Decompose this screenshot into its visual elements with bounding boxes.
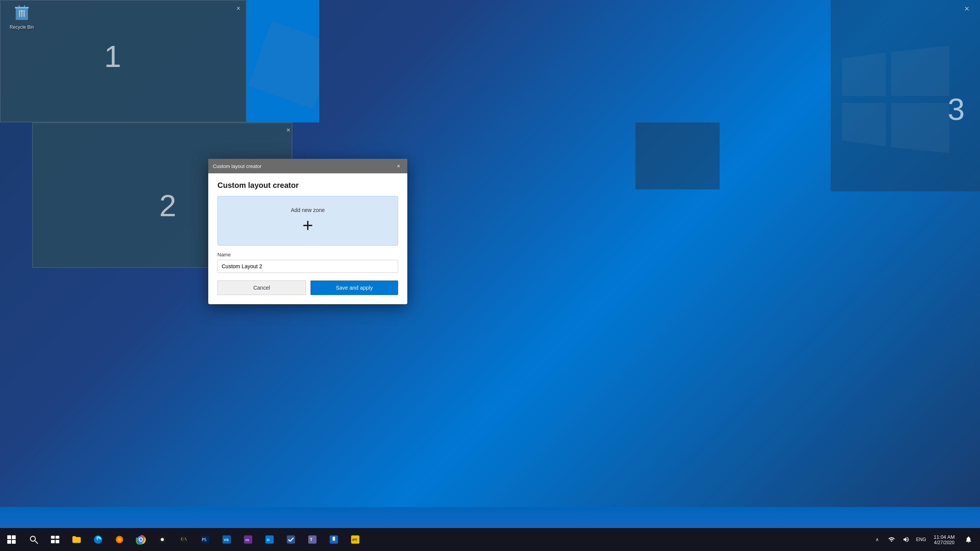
svg-text:VS: VS: [224, 538, 229, 542]
phone-link-icon: [329, 535, 339, 544]
clock-time: 11:04 AM: [934, 534, 955, 540]
zone-3-number: 3: [948, 92, 965, 127]
taskbar-file-explorer[interactable]: [66, 528, 87, 551]
taskbar-apps: C:\ PS VS VS O: [66, 528, 870, 551]
svg-line-8: [35, 541, 38, 544]
zone-3-area: 3: [831, 0, 980, 191]
network-icon[interactable]: [885, 533, 898, 546]
taskbar-vscode[interactable]: VS: [216, 528, 237, 551]
volume-icon[interactable]: [899, 533, 913, 546]
svg-point-14: [118, 538, 122, 542]
firefox-icon: [114, 535, 124, 544]
taskbar-todo[interactable]: [280, 528, 302, 551]
taskbar-firefox[interactable]: [109, 528, 130, 551]
vscode-icon: VS: [222, 535, 232, 544]
chevron-up-icon: ∧: [875, 537, 879, 542]
add-zone-area[interactable]: Add new zone +: [217, 196, 398, 246]
zone-blue-inner: [248, 21, 319, 109]
svg-point-19: [161, 538, 164, 541]
taskbar-terminal[interactable]: C:\: [173, 528, 194, 551]
svg-text:T: T: [310, 537, 313, 542]
edge-icon: [93, 535, 103, 544]
save-and-apply-button[interactable]: Save and apply: [310, 280, 398, 295]
taskbar-teams[interactable]: T: [302, 528, 323, 551]
network-status-icon: [888, 536, 895, 543]
recycle-bin-icon: [13, 3, 31, 21]
recycle-bin[interactable]: Recycle Bin: [5, 3, 39, 30]
powershell-icon: PS: [200, 535, 210, 544]
search-icon: [29, 535, 39, 544]
zone-1-number: 1: [104, 39, 121, 74]
svg-rect-9: [51, 536, 55, 539]
svg-rect-10: [56, 536, 59, 539]
outlook-icon: O: [265, 535, 274, 544]
zone-1-close-icon[interactable]: ×: [236, 5, 240, 13]
desktop-bottom-strip: [0, 507, 980, 528]
taskbar: C:\ PS VS VS O: [0, 528, 980, 551]
file-explorer-icon: [72, 535, 82, 544]
task-view-icon: [50, 535, 60, 544]
taskbar-powershell[interactable]: PS: [194, 528, 216, 551]
recycle-bin-label: Recycle Bin: [5, 24, 39, 30]
svg-text:VS: VS: [245, 538, 249, 542]
start-button[interactable]: [0, 528, 23, 551]
svg-text:C:\: C:\: [181, 537, 187, 541]
modal-buttons: Cancel Save and apply: [217, 280, 398, 295]
terminal-icon: C:\: [179, 535, 189, 544]
clock-date: 4/27/2020: [934, 540, 954, 545]
show-hidden-icons-button[interactable]: ∧: [870, 533, 884, 546]
modal-titlebar: Custom layout creator ×: [208, 159, 407, 173]
settings-icon: [157, 535, 167, 544]
volume-status-icon: [903, 536, 910, 543]
svg-point-17: [140, 538, 142, 541]
taskbar-settings[interactable]: [152, 528, 173, 551]
zone-2-close-icon[interactable]: ×: [286, 126, 291, 134]
svg-rect-1: [15, 7, 29, 8]
modal-title: Custom layout creator: [217, 181, 398, 190]
cancel-button[interactable]: Cancel: [217, 280, 306, 295]
svg-point-7: [30, 536, 35, 541]
taskbar-chrome[interactable]: [130, 528, 152, 551]
chrome-icon: [136, 535, 146, 544]
zone-blue: [247, 0, 319, 122]
zone-3-small: [635, 122, 720, 189]
notification-center-button[interactable]: [960, 528, 977, 551]
system-tray: ∧ ENG 11:04 AM 4/27/2020: [870, 528, 980, 551]
add-zone-plus-icon: +: [302, 216, 313, 235]
name-label: Name: [217, 252, 398, 258]
language-indicator[interactable]: ENG: [914, 537, 928, 542]
svg-rect-34: [333, 536, 335, 541]
search-button[interactable]: [23, 528, 44, 551]
notification-icon: [965, 536, 972, 543]
teams-icon: T: [307, 535, 317, 544]
svg-text:O: O: [266, 538, 270, 542]
windows-logo-icon: [7, 535, 16, 544]
taskbar-edge[interactable]: [87, 528, 109, 551]
svg-line-3: [24, 5, 25, 7]
custom-layout-creator-dialog: Custom layout creator × Custom layout cr…: [208, 159, 407, 304]
svg-rect-11: [51, 540, 55, 543]
taskbar-outlook[interactable]: O: [259, 528, 280, 551]
svg-text:PS: PS: [202, 538, 206, 542]
taskbar-phone-link[interactable]: [323, 528, 345, 551]
layout-name-input[interactable]: [217, 260, 398, 273]
powertoys-icon: PT: [350, 535, 360, 544]
todo-icon: [286, 535, 296, 544]
add-zone-text: Add new zone: [291, 207, 325, 213]
modal-close-button[interactable]: ×: [394, 162, 403, 170]
visual-studio-icon: VS: [243, 535, 253, 544]
svg-rect-12: [56, 540, 59, 543]
desktop-close-right-icon[interactable]: ×: [964, 4, 969, 14]
taskbar-powertoys[interactable]: PT: [345, 528, 366, 551]
svg-rect-30: [287, 535, 295, 544]
task-view-button[interactable]: [44, 528, 66, 551]
taskbar-visual-studio[interactable]: VS: [237, 528, 259, 551]
clock[interactable]: 11:04 AM 4/27/2020: [929, 528, 959, 551]
svg-text:PT: PT: [352, 538, 357, 542]
desktop: 1 × 2 × 3 × Recycle Bin: [0, 0, 980, 528]
modal-titlebar-text: Custom layout creator: [213, 163, 261, 169]
modal-body: Custom layout creator Add new zone + Nam…: [208, 173, 407, 304]
svg-line-2: [19, 5, 20, 7]
zone-2-number: 2: [159, 188, 176, 223]
